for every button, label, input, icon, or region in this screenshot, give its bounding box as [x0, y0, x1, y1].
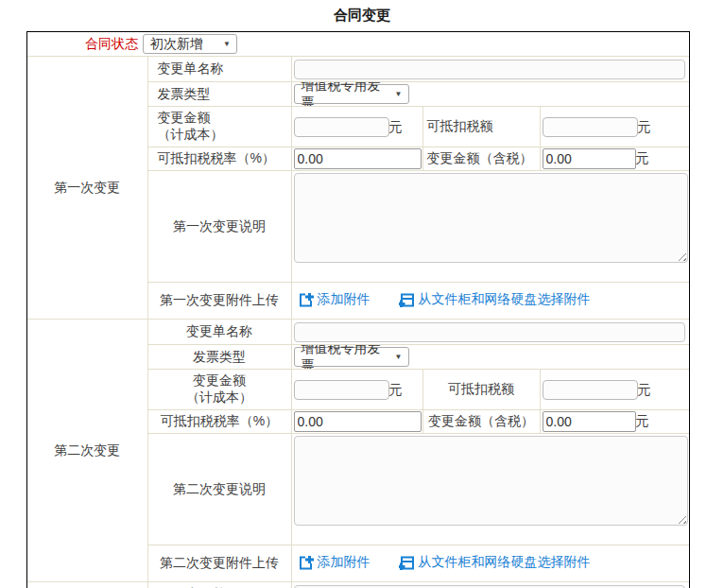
attachment-upload-label-1: 第一次变更附件上传 — [147, 283, 291, 320]
unit-yuan: 元 — [636, 150, 649, 165]
deductible-tax-label: 可抵扣税额 — [422, 107, 540, 147]
add-attachment-icon — [299, 292, 314, 307]
change-order-name-label: 变更单名称 — [147, 57, 291, 82]
section1-label: 第一次变更 — [27, 57, 147, 320]
table-row: 变更单名称 — [27, 582, 689, 588]
change-amount-cost-input-1[interactable] — [294, 117, 389, 137]
section2-label: 第二次变更 — [27, 320, 147, 582]
table-row: 合同状态初次新增▼ — [27, 32, 689, 57]
invoice-type-select-1[interactable]: 增值税专用发票▼ — [294, 84, 409, 104]
page-title: 合同变更 — [0, 0, 724, 25]
deductible-tax-rate-input-2[interactable] — [294, 411, 422, 432]
deductible-tax-rate-label: 可抵扣税税率（%） — [147, 147, 291, 171]
unit-yuan: 元 — [638, 118, 651, 133]
chevron-down-icon: ▼ — [223, 41, 231, 48]
change-order-name-label: 变更单名称 — [147, 582, 291, 588]
unit-yuan: 元 — [638, 381, 651, 396]
change-description-textarea-2[interactable] — [294, 436, 689, 526]
contract-status-select[interactable]: 初次新增▼ — [143, 34, 237, 54]
add-attachment-link-1[interactable]: 添加附件 — [299, 291, 371, 308]
invoice-type-select-2[interactable]: 增值税专用发票▼ — [294, 347, 409, 367]
attachment-upload-label-2: 第二次变更附件上传 — [147, 545, 291, 582]
change-amount-cost-label: 变更金额 （计成本） — [147, 370, 291, 410]
change-amount-taxed-label: 变更金额（含税） — [422, 410, 540, 434]
select-from-cabinet-link-1[interactable]: 从文件柜和网络硬盘选择附件 — [399, 291, 590, 308]
change-order-name-input-1[interactable] — [294, 60, 686, 79]
change-amount-taxed-label: 变更金额（含税） — [422, 147, 540, 171]
deductible-tax-rate-label: 可抵扣税税率（%） — [147, 410, 291, 434]
invoice-type-label: 发票类型 — [147, 82, 291, 107]
add-attachment-icon — [299, 555, 314, 570]
change-amount-cost-input-2[interactable] — [294, 380, 389, 400]
deductible-tax-input-2[interactable] — [543, 380, 638, 400]
invoice-type-value: 增值税专用发票 — [302, 82, 387, 107]
add-attachment-link-2[interactable]: 添加附件 — [299, 554, 371, 571]
select-from-cabinet-link-2[interactable]: 从文件柜和网络硬盘选择附件 — [399, 554, 590, 571]
deductible-tax-label: 可抵扣税额 — [422, 370, 540, 410]
deductible-tax-rate-input-1[interactable] — [294, 148, 422, 169]
unit-yuan: 元 — [389, 118, 403, 133]
unit-yuan: 元 — [389, 381, 403, 396]
chevron-down-icon: ▼ — [395, 91, 403, 98]
invoice-type-value: 增值税专用发票 — [302, 345, 387, 370]
change-order-name-input-2[interactable] — [294, 322, 686, 342]
unit-yuan: 元 — [636, 413, 649, 428]
chevron-down-icon: ▼ — [395, 354, 403, 361]
change-description-label-2: 第二次变更说明 — [147, 434, 291, 545]
deductible-tax-input-1[interactable] — [543, 117, 638, 137]
contract-status-label: 合同状态 — [85, 36, 138, 51]
contract-status-value: 初次新增 — [150, 36, 203, 53]
file-cabinet-icon — [399, 555, 414, 570]
table-row: 第二次变更 变更单名称 — [27, 320, 689, 345]
change-order-name-label: 变更单名称 — [147, 320, 291, 345]
change-order-name-input-3[interactable] — [294, 585, 686, 588]
contract-change-form: 合同状态初次新增▼ 第一次变更 变更单名称 发票类型 增值税专用发票▼ 变更金额… — [26, 31, 690, 588]
change-amount-taxed-input-2[interactable] — [543, 411, 636, 432]
table-row: 第一次变更 变更单名称 — [27, 57, 689, 82]
section3-label — [27, 582, 147, 588]
change-amount-cost-label: 变更金额 （计成本） — [147, 107, 291, 147]
file-cabinet-icon — [399, 292, 414, 307]
invoice-type-label: 发票类型 — [147, 345, 291, 370]
change-amount-taxed-input-1[interactable] — [543, 148, 636, 169]
change-description-label-1: 第一次变更说明 — [147, 171, 291, 283]
change-description-textarea-1[interactable] — [294, 173, 689, 263]
